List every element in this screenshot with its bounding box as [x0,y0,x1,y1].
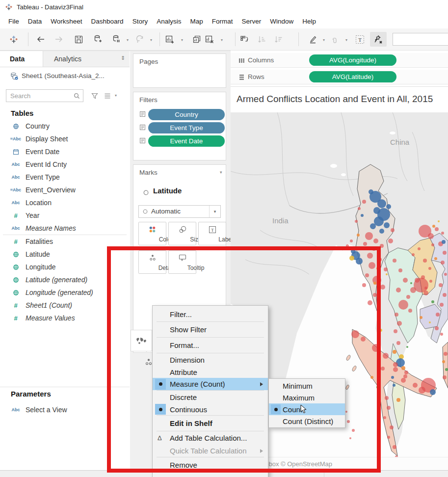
event-mark[interactable] [368,300,372,305]
event-mark[interactable] [362,200,366,204]
event-mark[interactable] [363,242,367,246]
pane-sort-icon[interactable]: ⇕ [121,55,125,61]
event-mark[interactable] [438,220,440,222]
event-mark[interactable] [379,229,384,234]
run-auto-updates-icon[interactable] [134,34,145,45]
menu-item-measure-count-[interactable]: Measure (Count) [153,378,268,390]
menu-item-show-filter[interactable]: Show Filter [153,322,268,337]
field-measure-values[interactable]: #Measure Values [0,312,130,324]
event-mark[interactable] [373,282,376,285]
event-mark[interactable] [370,223,376,229]
menu-item-format-[interactable]: Format... [153,338,268,353]
field-year[interactable]: #Year [0,209,130,222]
submenu-item-count[interactable]: Count [269,403,345,415]
menu-window[interactable]: Window [265,16,298,27]
event-mark[interactable] [385,396,389,400]
event-mark[interactable] [396,398,400,402]
event-mark[interactable] [445,368,448,371]
menu-data[interactable]: Data [24,16,47,27]
new-data-source-icon[interactable] [92,34,103,45]
clear-sheet-icon[interactable] [204,34,215,45]
event-mark[interactable] [419,387,425,394]
menu-item-quick-table-calculation[interactable]: Quick Table Calculation [153,445,268,457]
event-mark[interactable] [369,262,375,269]
event-mark[interactable] [434,257,437,260]
pages-shelf[interactable]: Pages [133,53,226,88]
field-location[interactable]: AbcLocation [0,196,130,209]
search-input[interactable] [6,89,83,102]
parameter-select-a-view[interactable]: AbcSelect a View [0,403,130,416]
menu-item-edit-in-shelf[interactable]: Edit in Shelf [153,416,268,431]
menu-map[interactable]: Map [185,16,207,27]
color-button[interactable]: Color [138,222,166,245]
menu-help[interactable]: Help [298,16,320,27]
save-icon[interactable] [73,34,84,45]
event-mark[interactable] [384,267,388,271]
event-mark[interactable] [444,352,448,356]
duplicate-icon[interactable] [192,34,203,45]
event-mark[interactable] [443,251,447,255]
submenu-item-count-distinct-[interactable]: Count (Distinct) [269,415,345,427]
event-mark[interactable] [420,316,422,319]
event-mark[interactable] [393,384,395,387]
data-source-row[interactable]: Sheet1 (Southeast-Asia_2... [0,70,130,82]
event-mark[interactable] [439,283,443,287]
event-mark[interactable] [378,258,382,262]
event-mark[interactable] [429,280,432,283]
filter-pill-event-date[interactable]: Event Date [148,135,225,147]
event-mark[interactable] [365,273,369,277]
event-mark[interactable] [345,411,347,413]
tab-analytics[interactable]: Analytics [43,51,121,67]
menu-file[interactable]: File [4,16,24,27]
event-mark[interactable] [394,329,397,333]
new-worksheet-icon[interactable] [164,34,175,45]
event-mark[interactable] [367,253,373,259]
pause-auto-updates-icon[interactable] [111,34,122,45]
field-event-date[interactable]: Event Date [0,145,130,158]
tab-data[interactable]: Data [0,51,43,67]
event-mark[interactable] [404,371,408,374]
field-event-overview[interactable]: =AbcEvent_Overview [0,184,130,196]
event-mark[interactable] [403,278,408,283]
event-mark[interactable] [383,416,386,419]
field-sheet1-count-[interactable]: #Sheet1 (Count) [0,299,130,312]
event-mark[interactable] [441,261,445,265]
marks-caret-icon[interactable]: ▾ [220,170,222,175]
fix-axes-icon[interactable] [370,32,387,47]
event-mark[interactable] [390,425,394,429]
run-auto-updates-caret-icon[interactable]: ▾ [150,38,152,42]
event-mark[interactable] [435,227,439,231]
event-mark[interactable] [350,239,353,242]
menu-worksheet[interactable]: Worksheet [46,16,86,27]
event-mark[interactable] [410,282,412,284]
event-mark[interactable] [356,258,363,265]
event-mark[interactable] [393,367,398,372]
event-mark[interactable] [443,293,447,297]
event-mark[interactable] [351,330,359,338]
event-mark[interactable] [388,238,393,243]
event-mark[interactable] [376,386,379,389]
menu-item-add-table-calculation-[interactable]: ΔAdd Table Calculation... [153,431,268,445]
menu-item-discrete[interactable]: Discrete [153,391,268,403]
event-mark[interactable] [346,244,349,247]
field-display-sheet[interactable]: =AbcDisplay Sheet [0,132,130,145]
event-mark[interactable] [396,341,400,345]
field-measure-names[interactable]: AbcMeasure Names [0,222,130,235]
view-as-icon[interactable] [104,92,111,101]
pause-auto-updates-caret-icon[interactable]: ▾ [127,38,129,42]
tooltip-button[interactable]: Tooltip [168,250,196,274]
sort-descending-icon[interactable] [273,34,284,45]
event-mark[interactable] [383,353,389,359]
event-mark[interactable] [393,350,396,354]
clear-sheet-caret-icon[interactable]: ▾ [221,38,223,42]
event-mark[interactable] [384,222,390,228]
event-mark[interactable] [373,238,378,243]
field-latitude[interactable]: Latitude [0,248,130,261]
filter-pill-event-type[interactable]: Event Type [148,122,225,133]
event-mark[interactable] [349,256,354,261]
menu-item-continuous[interactable]: Continuous [153,403,268,415]
event-mark[interactable] [361,337,366,342]
field-fatalities[interactable]: #Fatalities [0,235,130,248]
event-mark[interactable] [408,309,412,313]
mark-type-dropdown[interactable]: Automatic ▾ [138,205,221,218]
